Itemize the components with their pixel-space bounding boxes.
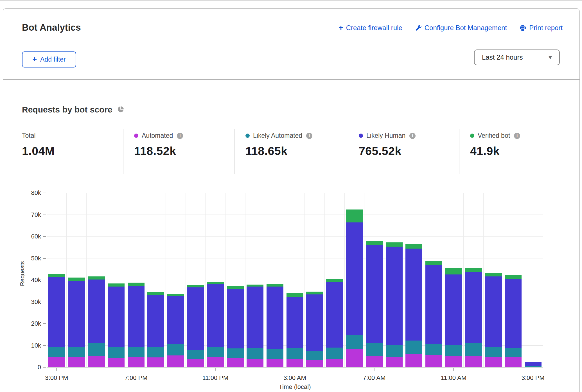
bar-segment-likely-automated[interactable] (207, 347, 224, 357)
bar-segment-likely-human[interactable] (306, 294, 323, 351)
bar-segment-likely-human[interactable] (227, 289, 244, 348)
bar-segment-likely-human[interactable] (505, 279, 522, 348)
info-icon[interactable]: i (306, 133, 312, 139)
bar-segment-verified-bot[interactable] (227, 286, 244, 289)
info-icon[interactable]: i (409, 133, 416, 139)
bar-segment-likely-human[interactable] (147, 295, 164, 348)
bar-segment-automated[interactable] (366, 356, 383, 367)
bar-segment-likely-automated[interactable] (505, 348, 522, 357)
bar-segment-automated[interactable] (207, 357, 224, 367)
bar-segment-verified-bot[interactable] (465, 268, 482, 272)
info-icon[interactable]: i (514, 133, 520, 139)
bar-segment-verified-bot[interactable] (425, 261, 442, 265)
bar-segment-likely-automated[interactable] (445, 345, 462, 356)
bar-segment-verified-bot[interactable] (108, 283, 125, 287)
bar-segment-automated[interactable] (227, 358, 244, 367)
bar-segment-likely-automated[interactable] (187, 350, 204, 359)
bar-segment-likely-automated[interactable] (346, 335, 363, 349)
create-firewall-rule-link[interactable]: + Create firewall rule (339, 24, 402, 32)
add-filter-button[interactable]: + Add filter (22, 51, 76, 67)
bar-segment-likely-automated[interactable] (68, 347, 85, 357)
bar-segment-likely-human[interactable] (485, 276, 502, 347)
bar-segment-likely-automated[interactable] (425, 344, 442, 355)
print-report-link[interactable]: Print report (519, 24, 563, 32)
bar-segment-verified-bot[interactable] (525, 362, 542, 362)
bar-segment-verified-bot[interactable] (48, 274, 65, 277)
bar-segment-likely-human[interactable] (68, 281, 85, 347)
bar-segment-verified-bot[interactable] (366, 241, 383, 245)
bar-segment-likely-automated[interactable] (227, 348, 244, 358)
bar-segment-automated[interactable] (167, 355, 184, 367)
bar-segment-likely-automated[interactable] (405, 341, 422, 354)
bar-segment-verified-bot[interactable] (386, 242, 403, 247)
bar-segment-likely-automated[interactable] (267, 349, 283, 359)
bar-segment-verified-bot[interactable] (287, 293, 303, 297)
configure-bot-management-link[interactable]: Configure Bot Management (415, 24, 507, 32)
bar-segment-verified-bot[interactable] (68, 278, 85, 281)
bar-segment-likely-human[interactable] (247, 287, 263, 348)
bar-segment-verified-bot[interactable] (306, 292, 323, 294)
bar-segment-automated[interactable] (247, 359, 263, 367)
bar-segment-verified-bot[interactable] (247, 285, 263, 287)
bar-segment-likely-human[interactable] (346, 222, 363, 335)
bar-segment-likely-human[interactable] (386, 247, 403, 345)
bar-segment-automated[interactable] (346, 349, 363, 367)
bar-segment-likely-human[interactable] (267, 287, 283, 349)
bar-segment-automated[interactable] (48, 357, 65, 367)
bar-segment-likely-human[interactable] (405, 249, 422, 341)
bar-segment-likely-human[interactable] (108, 287, 125, 347)
bar-segment-likely-human[interactable] (128, 286, 145, 347)
bar-segment-likely-automated[interactable] (306, 351, 323, 360)
bar-segment-verified-bot[interactable] (445, 268, 462, 274)
bar-segment-likely-automated[interactable] (147, 347, 164, 357)
bar-segment-automated[interactable] (525, 367, 542, 367)
bar-segment-verified-bot[interactable] (88, 276, 105, 280)
bar-segment-likely-human[interactable] (525, 362, 542, 366)
info-icon[interactable]: i (177, 133, 183, 139)
time-range-select[interactable]: Last 24 hours ▼ (474, 49, 560, 65)
bar-segment-verified-bot[interactable] (187, 285, 204, 287)
bar-segment-verified-bot[interactable] (485, 273, 502, 276)
bar-segment-automated[interactable] (267, 359, 283, 367)
bar-segment-verified-bot[interactable] (505, 275, 522, 279)
bar-segment-automated[interactable] (445, 356, 462, 367)
bar-segment-likely-automated[interactable] (366, 343, 383, 356)
bar-segment-verified-bot[interactable] (207, 282, 224, 284)
bar-segment-likely-automated[interactable] (48, 347, 65, 357)
bar-segment-likely-human[interactable] (88, 280, 105, 343)
bar-segment-likely-automated[interactable] (287, 348, 303, 359)
bar-segment-automated[interactable] (187, 359, 204, 367)
bar-segment-automated[interactable] (108, 358, 125, 367)
bar-segment-likely-human[interactable] (167, 296, 184, 344)
bar-segment-likely-human[interactable] (366, 245, 383, 343)
bar-segment-likely-human[interactable] (207, 284, 224, 347)
bar-segment-likely-human[interactable] (187, 287, 204, 350)
bar-segment-automated[interactable] (485, 357, 502, 367)
bar-segment-likely-automated[interactable] (167, 344, 184, 355)
bar-segment-verified-bot[interactable] (128, 283, 145, 286)
bar-segment-automated[interactable] (386, 357, 403, 367)
bar-segment-likely-automated[interactable] (525, 366, 542, 367)
bar-segment-automated[interactable] (128, 357, 145, 367)
bar-segment-likely-human[interactable] (445, 274, 462, 345)
bar-segment-likely-automated[interactable] (386, 345, 403, 357)
bar-segment-automated[interactable] (147, 357, 164, 367)
bar-segment-verified-bot[interactable] (147, 292, 164, 295)
bar-segment-likely-automated[interactable] (247, 348, 263, 359)
bar-segment-automated[interactable] (88, 356, 105, 367)
bar-segment-likely-human[interactable] (465, 272, 482, 343)
bar-segment-automated[interactable] (425, 355, 442, 367)
bar-segment-automated[interactable] (306, 360, 323, 367)
bar-segment-likely-automated[interactable] (465, 343, 482, 356)
bar-segment-verified-bot[interactable] (326, 279, 343, 282)
bar-segment-verified-bot[interactable] (167, 294, 184, 296)
bar-segment-likely-human[interactable] (326, 282, 343, 348)
bar-segment-verified-bot[interactable] (346, 209, 363, 222)
bar-segment-automated[interactable] (505, 357, 522, 367)
bar-segment-automated[interactable] (326, 359, 343, 367)
bar-segment-automated[interactable] (465, 356, 482, 367)
bar-segment-likely-automated[interactable] (326, 348, 343, 359)
bar-segment-likely-human[interactable] (287, 297, 303, 348)
bar-segment-verified-bot[interactable] (267, 284, 283, 287)
bar-segment-likely-automated[interactable] (108, 347, 125, 358)
